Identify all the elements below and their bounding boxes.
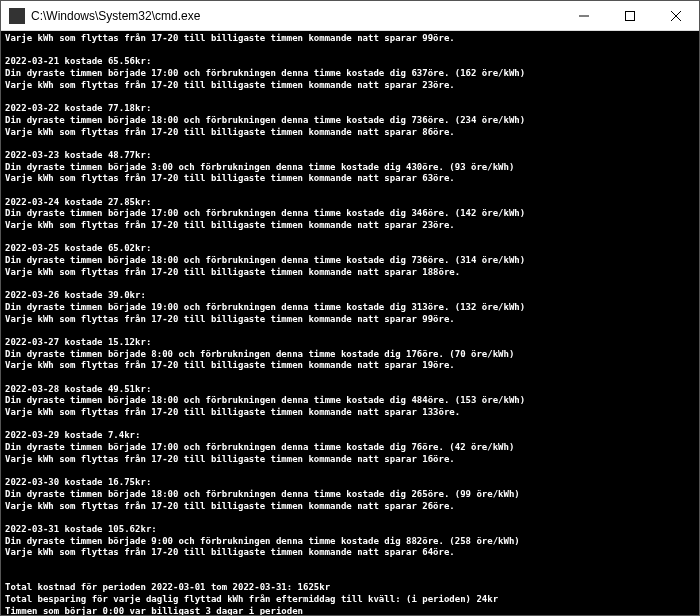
output-line xyxy=(5,419,695,431)
output-line: Varje kWh som flyttas från 17-20 till bi… xyxy=(5,173,695,185)
output-line: Timmen som börjar 0:00 var billigast 3 d… xyxy=(5,606,695,615)
output-line xyxy=(5,45,695,57)
cmd-icon xyxy=(9,8,25,24)
output-line xyxy=(5,278,695,290)
output-line: Varje kWh som flyttas från 17-20 till bi… xyxy=(5,407,695,419)
output-line: 2022-03-26 kostade 39.0kr: xyxy=(5,290,695,302)
output-line: Varje kWh som flyttas från 17-20 till bi… xyxy=(5,80,695,92)
output-line xyxy=(5,185,695,197)
output-line xyxy=(5,559,695,571)
output-line: 2022-03-28 kostade 49.51kr: xyxy=(5,384,695,396)
output-line: Varje kWh som flyttas från 17-20 till bi… xyxy=(5,220,695,232)
output-line xyxy=(5,325,695,337)
output-line: Din dyraste timmen började 19:00 och för… xyxy=(5,302,695,314)
output-line: 2022-03-27 kostade 15.12kr: xyxy=(5,337,695,349)
output-line: 2022-03-23 kostade 48.77kr: xyxy=(5,150,695,162)
output-line: 2022-03-25 kostade 65.02kr: xyxy=(5,243,695,255)
output-line: Varje kWh som flyttas från 17-20 till bi… xyxy=(5,33,695,45)
output-line: Varje kWh som flyttas från 17-20 till bi… xyxy=(5,267,695,279)
output-line: Din dyraste timmen började 17:00 och för… xyxy=(5,208,695,220)
output-line: Total kostnad för perioden 2022-03-01 to… xyxy=(5,582,695,594)
maximize-icon xyxy=(625,11,635,21)
window-controls xyxy=(561,1,699,30)
output-line: Din dyraste timmen började 18:00 och för… xyxy=(5,489,695,501)
output-line: 2022-03-29 kostade 7.4kr: xyxy=(5,430,695,442)
minimize-button[interactable] xyxy=(561,1,607,30)
output-line: Din dyraste timmen började 18:00 och för… xyxy=(5,255,695,267)
cmd-window: C:\Windows\System32\cmd.exe Varje kWh so… xyxy=(0,0,700,616)
output-line xyxy=(5,465,695,477)
output-line: Din dyraste timmen började 8:00 och förb… xyxy=(5,349,695,361)
output-line xyxy=(5,91,695,103)
output-line: 2022-03-21 kostade 65.56kr: xyxy=(5,56,695,68)
output-line: Din dyraste timmen började 3:00 och förb… xyxy=(5,162,695,174)
output-line: Varje kWh som flyttas från 17-20 till bi… xyxy=(5,127,695,139)
output-line: Din dyraste timmen började 18:00 och för… xyxy=(5,395,695,407)
close-button[interactable] xyxy=(653,1,699,30)
minimize-icon xyxy=(579,11,589,21)
output-line: Din dyraste timmen började 18:00 och för… xyxy=(5,115,695,127)
output-line xyxy=(5,571,695,583)
output-line: Varje kWh som flyttas från 17-20 till bi… xyxy=(5,360,695,372)
output-line: Varje kWh som flyttas från 17-20 till bi… xyxy=(5,454,695,466)
output-line: Varje kWh som flyttas från 17-20 till bi… xyxy=(5,314,695,326)
titlebar[interactable]: C:\Windows\System32\cmd.exe xyxy=(1,1,699,31)
output-line xyxy=(5,232,695,244)
output-line: 2022-03-22 kostade 77.18kr: xyxy=(5,103,695,115)
output-line: 2022-03-31 kostade 105.62kr: xyxy=(5,524,695,536)
output-line xyxy=(5,512,695,524)
output-line xyxy=(5,372,695,384)
close-icon xyxy=(671,11,681,21)
svg-rect-1 xyxy=(626,11,635,20)
maximize-button[interactable] xyxy=(607,1,653,30)
output-line xyxy=(5,138,695,150)
output-line: Din dyraste timmen började 9:00 och förb… xyxy=(5,536,695,548)
output-line: Din dyraste timmen började 17:00 och för… xyxy=(5,68,695,80)
output-line: Total besparing för varje daglig flyttad… xyxy=(5,594,695,606)
window-title: C:\Windows\System32\cmd.exe xyxy=(31,9,561,23)
output-line: 2022-03-30 kostade 16.75kr: xyxy=(5,477,695,489)
output-line: Din dyraste timmen började 17:00 och för… xyxy=(5,442,695,454)
terminal-output[interactable]: Varje kWh som flyttas från 17-20 till bi… xyxy=(1,31,699,615)
output-line: Varje kWh som flyttas från 17-20 till bi… xyxy=(5,501,695,513)
output-line: Varje kWh som flyttas från 17-20 till bi… xyxy=(5,547,695,559)
output-line: 2022-03-24 kostade 27.85kr: xyxy=(5,197,695,209)
